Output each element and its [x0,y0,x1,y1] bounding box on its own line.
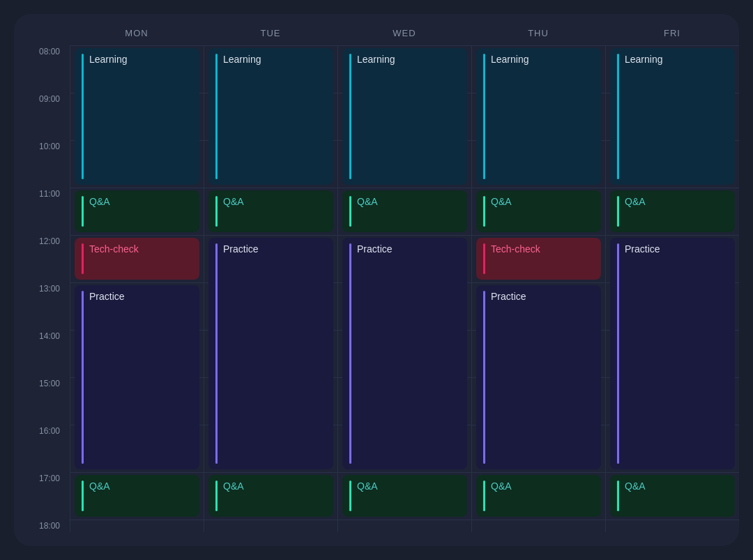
event-bar [215,196,218,227]
event-label: Q&A [491,196,512,207]
event-bar [617,54,619,179]
day-column-thu: LearningQ&ATech-checkPracticeQ&A [472,45,606,532]
time-label-1100: 11:00 [14,188,70,235]
event-bar [617,243,619,464]
event-qa[interactable]: Q&A [610,190,735,232]
event-practice[interactable]: Practice [342,238,467,469]
time-label-0800: 08:00 [14,45,70,93]
event-label: Q&A [491,480,512,492]
event-bar [349,480,351,511]
event-bar [617,196,619,227]
day-column-tue: LearningQ&APracticeQ&A [204,45,338,532]
event-label: Q&A [89,480,110,492]
calendar-container: MONTUEWEDTHUFRI 08:0009:0010:0011:0012:0… [14,14,739,546]
event-label: Q&A [223,480,244,492]
event-learning[interactable]: Learning [476,48,601,185]
event-label: Practice [491,291,526,302]
event-label: Q&A [625,196,646,207]
event-label: Practice [223,243,259,255]
header-row: MONTUEWEDTHUFRI [14,28,739,45]
day-header-tue: TUE [204,28,337,38]
event-practice[interactable]: Practice [476,285,601,469]
event-bar [82,54,84,179]
event-bar [215,243,218,464]
event-qa[interactable]: Q&A [610,475,735,517]
event-qa[interactable]: Q&A [75,190,199,232]
event-label: Learning [491,54,529,65]
event-bar [82,196,84,227]
event-techcheck[interactable]: Tech-check [75,238,199,280]
time-label-1200: 12:00 [14,235,70,282]
event-label: Practice [89,291,125,302]
time-label-0900: 09:00 [14,93,70,140]
event-qa[interactable]: Q&A [476,190,601,232]
event-qa[interactable]: Q&A [75,475,199,517]
time-label-1000: 10:00 [14,140,70,188]
event-bar [215,480,218,511]
event-bar [82,243,84,274]
day-header-mon: MON [70,28,204,38]
event-label: Q&A [625,480,646,492]
time-label-1400: 14:00 [14,330,70,377]
event-bar [617,480,619,511]
time-label-1300: 13:00 [14,282,70,330]
event-bar [483,54,485,179]
event-label: Q&A [89,196,110,207]
day-header-fri: FRI [605,28,739,38]
event-practice[interactable]: Practice [610,238,735,469]
event-bar [82,291,84,464]
event-bar [215,54,218,179]
event-bar [483,196,485,227]
event-label: Tech-check [491,243,540,255]
day-header-wed: WED [337,28,471,38]
event-qa[interactable]: Q&A [208,190,333,232]
day-column-fri: LearningQ&APracticeQ&A [606,45,739,532]
event-bar [483,291,485,464]
time-column: 08:0009:0010:0011:0012:0013:0014:0015:00… [14,45,70,532]
event-practice[interactable]: Practice [75,285,199,469]
event-learning[interactable]: Learning [610,48,735,185]
event-bar [349,54,351,179]
event-label: Learning [223,54,261,65]
event-label: Q&A [223,196,244,207]
time-label-1500: 15:00 [14,377,70,425]
event-learning[interactable]: Learning [208,48,333,185]
event-label: Learning [357,54,395,65]
calendar-body: 08:0009:0010:0011:0012:0013:0014:0015:00… [14,45,739,532]
time-label-1800: 18:00 [14,520,70,532]
event-learning[interactable]: Learning [342,48,467,185]
day-column-mon: LearningQ&ATech-checkPracticeQ&A [70,45,204,532]
event-label: Q&A [357,480,378,492]
event-learning[interactable]: Learning [75,48,199,185]
event-qa[interactable]: Q&A [476,475,601,517]
event-label: Learning [625,54,663,65]
event-bar [349,196,351,227]
event-qa[interactable]: Q&A [342,475,467,517]
event-bar [483,243,485,274]
event-bar [82,480,84,511]
event-techcheck[interactable]: Tech-check [476,238,601,280]
event-label: Practice [357,243,393,255]
event-label: Practice [625,243,660,255]
day-header-thu: THU [471,28,605,38]
event-bar [483,480,485,511]
event-qa[interactable]: Q&A [342,190,467,232]
event-label: Q&A [357,196,378,207]
event-label: Learning [89,54,128,65]
time-label-1700: 17:00 [14,472,70,520]
days-grid: LearningQ&ATech-checkPracticeQ&ALearning… [70,45,739,532]
event-practice[interactable]: Practice [208,238,333,469]
event-label: Tech-check [89,243,139,255]
time-label-1600: 16:00 [14,425,70,472]
event-qa[interactable]: Q&A [208,475,333,517]
event-bar [349,243,351,464]
day-column-wed: LearningQ&APracticeQ&A [338,45,472,532]
